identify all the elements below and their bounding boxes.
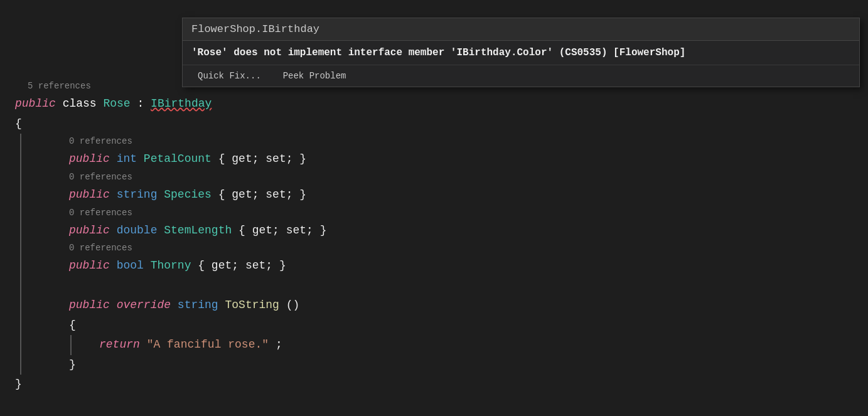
tostring-parens: () bbox=[286, 299, 300, 311]
keyword-class: class bbox=[63, 97, 104, 110]
tooltip-message: 'Rose' does not implement interface memb… bbox=[183, 41, 859, 65]
open-brace-outer: { bbox=[13, 114, 868, 134]
prop-accessor-3: { get; set; } bbox=[238, 224, 326, 237]
action-separator bbox=[269, 70, 276, 82]
tostring-line: public override string ToString () bbox=[39, 296, 868, 316]
prop-petalcount: PetalCount bbox=[144, 152, 212, 165]
prop-stemlength-line: public double StemLength { get; set; } bbox=[39, 221, 868, 241]
prop-accessor-2: { get; set; } bbox=[218, 188, 306, 201]
kw-return: return bbox=[99, 338, 140, 351]
prop-thorny-line: public bool Thorny { get; set; } bbox=[39, 256, 868, 276]
kw-public-stemlength: public bbox=[69, 224, 110, 237]
kw-public-species: public bbox=[69, 188, 110, 201]
ref-count-0a: 0 references bbox=[39, 134, 868, 149]
kw-public-thorny: public bbox=[69, 259, 110, 272]
class-close-brace: } bbox=[13, 375, 868, 395]
ref-count-0c: 0 references bbox=[39, 205, 868, 221]
class-declaration-line: public class Rose : IBirthday bbox=[13, 94, 868, 114]
method-body-border bbox=[70, 335, 72, 355]
tooltip-popup: FlowerShop.IBirthday 'Rose' does not imp… bbox=[182, 18, 860, 87]
interface-name-ibirthday: IBirthday bbox=[151, 97, 212, 110]
colon-separator: : bbox=[137, 97, 151, 110]
method-brace-close: } bbox=[39, 355, 868, 375]
return-line: return "A fanciful rose." ; bbox=[39, 335, 868, 355]
prop-accessor-4: { get; set; } bbox=[198, 259, 286, 272]
peek-problem-button[interactable]: Peek Problem bbox=[277, 68, 353, 83]
code-area: 5 references public class Rose : IBirthd… bbox=[0, 78, 868, 395]
method-tostring: ToString bbox=[225, 299, 279, 311]
kw-public-tostring: public bbox=[69, 299, 110, 311]
method-brace-open: { bbox=[39, 316, 868, 336]
prop-stemlength: StemLength bbox=[164, 224, 232, 237]
keyword-public-class: public bbox=[15, 97, 56, 110]
type-string-tostring: string bbox=[178, 299, 225, 311]
kw-override: override bbox=[117, 299, 171, 311]
prop-accessor-1: { get; set; } bbox=[218, 152, 306, 165]
type-string-species: string bbox=[117, 188, 164, 201]
string-literal-rose: "A fanciful rose." bbox=[147, 338, 269, 351]
quick-fix-button[interactable]: Quick Fix... bbox=[191, 68, 267, 83]
prop-species: Species bbox=[164, 188, 212, 201]
prop-thorny: Thorny bbox=[151, 259, 191, 272]
kw-public-petalcount: public bbox=[69, 152, 110, 165]
editor: FlowerShop.IBirthday 'Rose' does not imp… bbox=[0, 0, 868, 416]
blank-line bbox=[39, 276, 868, 296]
outer-close-brace: } bbox=[13, 375, 868, 395]
type-int: int bbox=[117, 152, 144, 165]
prop-petalcount-line: public int PetalCount { get; set; } bbox=[39, 149, 868, 169]
prop-species-line: public string Species { get; set; } bbox=[39, 185, 868, 205]
type-bool: bool bbox=[117, 259, 151, 272]
tooltip-actions: Quick Fix... Peek Problem bbox=[183, 65, 859, 87]
ref-count-0b: 0 references bbox=[39, 169, 868, 185]
class-body: 0 references public int PetalCount { get… bbox=[20, 134, 868, 375]
class-name-rose: Rose bbox=[103, 97, 130, 110]
type-double: double bbox=[117, 224, 164, 237]
semicolon-return: ; bbox=[276, 338, 282, 351]
method-close-brace: } bbox=[39, 355, 868, 375]
method-open-brace: { bbox=[39, 316, 868, 336]
ref-count-0d: 0 references bbox=[39, 240, 868, 256]
tooltip-title: FlowerShop.IBirthday bbox=[183, 18, 859, 41]
outer-open-brace: { bbox=[13, 114, 868, 134]
